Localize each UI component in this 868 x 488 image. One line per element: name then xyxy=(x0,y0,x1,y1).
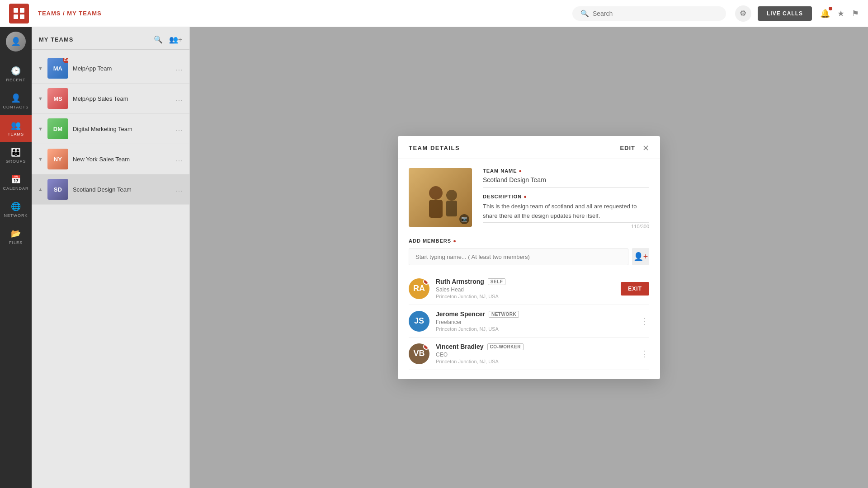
sidebar-item-groups[interactable]: 👪 GROUPS xyxy=(0,142,32,169)
teams-icon: 👥 xyxy=(11,120,21,130)
member-location: Princeton Junction, NJ, USA xyxy=(436,326,634,332)
team-thumbnail: MA Go xyxy=(47,58,68,79)
member-row-jerome: JS Jerome Spencer NETWORK Freelancer Pri… xyxy=(409,305,649,338)
required-marker: ● xyxy=(453,238,457,244)
member-more-button[interactable]: ⋮ xyxy=(641,317,649,326)
team-name: Scotland Design Team xyxy=(73,186,171,193)
flag-icon[interactable]: ⚑ xyxy=(852,9,859,19)
team-panel-actions: 🔍 👥+ xyxy=(154,35,182,44)
add-member-button[interactable]: 👤+ xyxy=(632,248,649,265)
search-input[interactable] xyxy=(593,10,718,17)
sidebar-item-network[interactable]: 🌐 NETWORK xyxy=(0,196,32,223)
member-action-ruth: EXIT xyxy=(621,282,649,296)
svg-rect-9 xyxy=(446,201,457,216)
sidebar-item-files[interactable]: 📂 FILES xyxy=(0,223,32,250)
required-marker: ● xyxy=(524,194,527,199)
modal-fields: TEAM NAME ● Scotland Design Team DESCRIP… xyxy=(483,168,649,230)
search-icon: 🔍 xyxy=(580,9,589,18)
team-item-melpapp[interactable]: ▼ MA Go MelpApp Team … xyxy=(32,53,189,84)
exit-button[interactable]: EXIT xyxy=(621,282,649,296)
sidebar-item-label: CONTACTS xyxy=(3,105,29,109)
team-name: Digital Marketing Team xyxy=(73,126,171,132)
left-sidebar: 👤 🕑 RECENT 👤 CONTACTS 👥 TEAMS 👪 GROUPS 📅… xyxy=(0,27,32,488)
member-info-vincent: Vincent Bradley CO-WORKER CEO Princeton … xyxy=(436,343,634,364)
member-location: Princeton Junction, NJ, USA xyxy=(436,294,614,299)
topbar: TEAMS / MY TEAMS 🔍 ⚙ LIVE CALLS 🔔 ★ ⚑ xyxy=(0,0,868,27)
modal-overlay: TEAM DETAILS EDIT ✕ xyxy=(190,27,868,488)
user-avatar[interactable]: 👤 xyxy=(6,32,26,52)
team-image: 📷 xyxy=(409,168,472,227)
member-avatar-vincent: VB xyxy=(409,343,429,364)
content-area: TEAM DETAILS EDIT ✕ xyxy=(190,27,868,488)
live-calls-button[interactable]: LIVE CALLS xyxy=(758,6,812,21)
modal-close-button[interactable]: ✕ xyxy=(642,144,649,152)
member-name: Vincent Bradley xyxy=(436,343,484,350)
member-tag: CO-WORKER xyxy=(487,343,524,350)
member-name: Jerome Spencer xyxy=(436,310,485,318)
add-members-input[interactable] xyxy=(409,249,628,265)
team-item-scotland[interactable]: ▲ SD Scotland Design Team … xyxy=(32,174,189,205)
member-avatar-jerome: JS xyxy=(409,311,429,332)
team-search-button[interactable]: 🔍 xyxy=(154,35,163,44)
team-thumbnail: NY xyxy=(47,149,68,169)
team-name: New York Sales Team xyxy=(73,156,171,163)
svg-rect-7 xyxy=(429,200,443,218)
team-panel-title: MY TEAMS xyxy=(39,36,73,43)
sidebar-item-label: TEAMS xyxy=(8,132,24,136)
search-bar[interactable]: 🔍 xyxy=(572,6,726,21)
team-more-button[interactable]: … xyxy=(175,125,183,133)
gear-button[interactable]: ⚙ xyxy=(735,5,751,22)
avatar-initials: JS xyxy=(414,316,424,326)
logo-icon xyxy=(13,7,25,20)
modal-body: 📷 TEAM NAME ● Scotland Design Team DESCR… xyxy=(398,159,660,380)
team-name-label: TEAM NAME ● xyxy=(483,168,649,174)
add-members-input-row: 👤+ xyxy=(409,248,649,265)
svg-rect-2 xyxy=(14,14,18,19)
member-role: Sales Head xyxy=(436,286,614,293)
team-more-button[interactable]: … xyxy=(175,155,183,163)
member-more-button[interactable]: ⋮ xyxy=(641,349,649,358)
team-panel-header: MY TEAMS 🔍 👥+ xyxy=(32,27,189,50)
member-name: Ruth Armstrong xyxy=(436,278,484,285)
description-value: This is the design team of scotland and … xyxy=(483,202,649,223)
team-more-button[interactable]: … xyxy=(175,64,183,72)
team-more-button[interactable]: … xyxy=(175,185,183,193)
modal-image-row: 📷 TEAM NAME ● Scotland Design Team DESCR… xyxy=(409,168,649,230)
chevron-icon: ▼ xyxy=(38,156,43,162)
groups-icon: 👪 xyxy=(11,147,21,157)
description-label: DESCRIPTION ● xyxy=(483,194,649,199)
team-more-button[interactable]: … xyxy=(175,94,183,103)
sidebar-item-calendar[interactable]: 📅 CALENDAR xyxy=(0,169,32,196)
avatar-initials: VB xyxy=(413,349,425,358)
sidebar-item-recent[interactable]: 🕑 RECENT xyxy=(0,61,32,88)
add-members-label: ADD MEMBERS ● xyxy=(409,238,649,244)
add-team-button[interactable]: 👥+ xyxy=(169,35,182,44)
star-icon[interactable]: ★ xyxy=(837,9,844,19)
chevron-icon: ▼ xyxy=(38,96,43,101)
online-badge xyxy=(423,278,429,285)
team-list-panel: MY TEAMS 🔍 👥+ ▼ MA Go MelpApp Team … ▼ xyxy=(32,27,190,488)
team-item-melp-sales[interactable]: ▼ MS MelpApp Sales Team … xyxy=(32,84,189,114)
calendar-icon: 📅 xyxy=(11,174,21,184)
team-item-digital-mkt[interactable]: ▼ DM Digital Marketing Team … xyxy=(32,114,189,144)
svg-rect-1 xyxy=(20,8,24,13)
chevron-icon: ▲ xyxy=(38,187,43,192)
member-avatar-ruth: RA xyxy=(409,278,429,299)
camera-button[interactable]: 📷 xyxy=(459,214,469,224)
sidebar-item-label: FILES xyxy=(9,240,23,245)
breadcrumb-current: MY TEAMS xyxy=(67,10,101,17)
chevron-icon: ▼ xyxy=(38,126,43,131)
notification-icon[interactable]: 🔔 xyxy=(820,9,830,19)
sidebar-item-contacts[interactable]: 👤 CONTACTS xyxy=(0,88,32,115)
required-marker: ● xyxy=(519,168,523,174)
team-item-ny-sales[interactable]: ▼ NY New York Sales Team … xyxy=(32,144,189,174)
network-icon: 🌐 xyxy=(11,202,21,211)
svg-rect-3 xyxy=(20,14,24,19)
main-area: 👤 🕑 RECENT 👤 CONTACTS 👥 TEAMS 👪 GROUPS 📅… xyxy=(0,27,868,488)
sidebar-item-teams[interactable]: 👥 TEAMS xyxy=(0,115,32,142)
team-thumbnail: DM xyxy=(47,118,68,139)
team-thumbnail: MS xyxy=(47,88,68,109)
svg-point-6 xyxy=(429,186,443,200)
online-badge xyxy=(423,343,429,350)
modal-edit-button[interactable]: EDIT xyxy=(620,145,635,151)
